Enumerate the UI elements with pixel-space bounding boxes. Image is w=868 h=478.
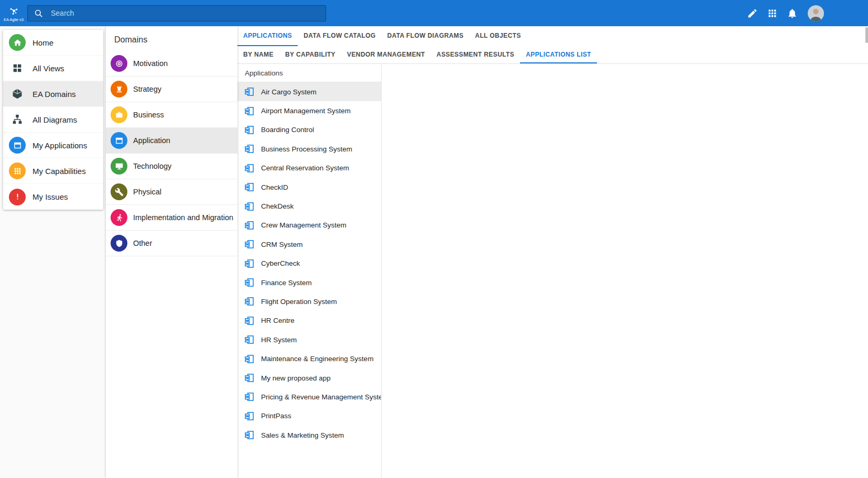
scrollbar-thumb[interactable] bbox=[865, 27, 868, 43]
search-icon[interactable] bbox=[34, 8, 44, 18]
app-row-label: Boarding Control bbox=[261, 126, 314, 134]
apps-grid-icon[interactable] bbox=[767, 8, 778, 19]
subtab-label: APPLICATIONS LIST bbox=[526, 51, 591, 58]
application-component-icon bbox=[244, 411, 255, 421]
app-row-maintenance-and-engineering-system[interactable]: Maintenance & Engineering System bbox=[237, 349, 381, 368]
app-row-label: HR System bbox=[261, 336, 297, 344]
application-component-icon bbox=[244, 106, 255, 116]
app-row-pricing-and-revenue-management-system[interactable]: Pricing & Revenue Management System bbox=[237, 387, 381, 406]
app-row-label: Business Processing System bbox=[261, 145, 352, 153]
subtab-vendor-management[interactable]: VENDOR MANAGEMENT bbox=[341, 46, 431, 63]
apps-icon bbox=[9, 162, 26, 179]
domain-item-strategy[interactable]: Strategy bbox=[106, 77, 237, 102]
application-component-icon bbox=[244, 354, 255, 364]
app-row-my-new-proposed-app[interactable]: My new proposed app bbox=[237, 368, 381, 387]
app-row-business-processing-system[interactable]: Business Processing System bbox=[237, 139, 381, 158]
app-row-flight-operation-system[interactable]: Flight Operation System bbox=[237, 292, 381, 311]
application-component-icon bbox=[244, 125, 255, 135]
content-area: Applications Air Cargo System Airport Ma… bbox=[237, 64, 868, 478]
briefcase-icon bbox=[111, 106, 127, 123]
app-row-airport-management-system[interactable]: Airport Management System bbox=[237, 101, 381, 120]
sidebar-item-label: All Diagrams bbox=[32, 115, 77, 124]
content-empty-area bbox=[382, 64, 868, 478]
primary-tabs: APPLICATIONS DATA FLOW CATALOG DATA FLOW… bbox=[237, 26, 868, 46]
sidebar-item-label: Home bbox=[32, 38, 53, 47]
subtab-label: VENDOR MANAGEMENT bbox=[347, 51, 425, 58]
domain-item-label: Motivation bbox=[133, 59, 168, 68]
domain-item-physical[interactable]: Physical bbox=[106, 179, 237, 205]
main-sidebar: Home All Views EA Domains All Diagrams bbox=[3, 30, 103, 210]
app-row-cybercheck[interactable]: CyberCheck bbox=[237, 254, 381, 273]
app-row-crew-management-system[interactable]: Crew Management System bbox=[237, 216, 381, 235]
domain-item-implementation-and-migration[interactable]: Implementation and Migration bbox=[106, 205, 237, 231]
domain-item-business[interactable]: Business bbox=[106, 102, 237, 128]
app-row-chekdesk[interactable]: ChekDesk bbox=[237, 197, 381, 215]
app-row-crm-system[interactable]: CRM System bbox=[237, 235, 381, 254]
domain-item-motivation[interactable]: Motivation bbox=[106, 51, 237, 77]
application-component-icon bbox=[244, 86, 255, 97]
app-row-hr-centre[interactable]: HR Centre bbox=[237, 311, 381, 330]
app-row-central-reservation-system[interactable]: Central Reservation System bbox=[237, 159, 381, 178]
tab-applications[interactable]: APPLICATIONS bbox=[237, 26, 298, 46]
domain-item-other[interactable]: Other bbox=[106, 231, 237, 256]
domain-item-label: Physical bbox=[133, 188, 161, 196]
sidebar-item-label: EA Domains bbox=[32, 90, 76, 99]
application-component-icon bbox=[244, 258, 255, 269]
secondary-tabs: BY NAME BY CAPABILITY VENDOR MANAGEMENT … bbox=[237, 46, 868, 64]
app-row-checkid[interactable]: CheckID bbox=[237, 178, 381, 197]
domain-item-application[interactable]: Application bbox=[106, 128, 237, 154]
app-row-finance-system[interactable]: Finance System bbox=[237, 273, 381, 292]
monitor-icon bbox=[111, 158, 127, 175]
sidebar-item-label: All Views bbox=[32, 64, 64, 73]
app-row-label: Finance System bbox=[261, 279, 312, 287]
app-row-boarding-control[interactable]: Boarding Control bbox=[237, 121, 381, 139]
logo-text: EA Agile v3 bbox=[4, 17, 24, 22]
avatar[interactable] bbox=[808, 5, 824, 21]
application-component-icon bbox=[244, 373, 255, 383]
wrench-icon bbox=[111, 183, 127, 200]
app-row-label: CheckID bbox=[261, 183, 288, 191]
app-row-sales-and-marketing-system[interactable]: Sales & Marketing System bbox=[237, 426, 381, 444]
app-row-label: ChekDesk bbox=[261, 202, 294, 210]
subtab-by-name[interactable]: BY NAME bbox=[237, 46, 279, 63]
application-component-icon bbox=[244, 392, 255, 402]
app-row-label: CRM System bbox=[261, 241, 303, 248]
search-input[interactable] bbox=[50, 6, 326, 21]
app-row-label: Crew Management System bbox=[261, 221, 346, 229]
grid-icon bbox=[9, 60, 26, 77]
tab-data-flow-catalog[interactable]: DATA FLOW CATALOG bbox=[298, 26, 381, 46]
sidebar-item-my-capabilities[interactable]: My Capabilities bbox=[3, 158, 103, 184]
sidebar-item-ea-domains[interactable]: EA Domains bbox=[3, 81, 103, 107]
tab-data-flow-diagrams[interactable]: DATA FLOW DIAGRAMS bbox=[382, 26, 470, 46]
application-component-icon bbox=[244, 316, 255, 326]
sidebar-item-my-issues[interactable]: My Issues bbox=[3, 184, 103, 210]
tab-label: DATA FLOW CATALOG bbox=[303, 32, 375, 39]
app-row-label: HR Centre bbox=[261, 317, 295, 324]
subtab-assessment-results[interactable]: ASSESSMENT RESULTS bbox=[431, 46, 520, 63]
application-component-icon bbox=[244, 220, 255, 231]
search-bar bbox=[27, 5, 326, 21]
subtab-by-capability[interactable]: BY CAPABILITY bbox=[279, 46, 341, 63]
domains-list: Motivation Strategy Business Application bbox=[106, 51, 237, 256]
application-component-icon bbox=[244, 201, 255, 212]
sidebar-item-my-applications[interactable]: My Applications bbox=[3, 133, 103, 158]
tab-all-objects[interactable]: ALL OBJECTS bbox=[469, 26, 527, 46]
edit-icon[interactable] bbox=[747, 8, 758, 19]
applications-list: Air Cargo System Airport Management Syst… bbox=[237, 82, 381, 478]
domain-item-technology[interactable]: Technology bbox=[106, 154, 237, 179]
sidebar-item-all-diagrams[interactable]: All Diagrams bbox=[3, 107, 103, 133]
notifications-icon[interactable] bbox=[787, 8, 798, 19]
subtab-applications-list[interactable]: APPLICATIONS LIST bbox=[520, 46, 597, 63]
app-row-hr-system[interactable]: HR System bbox=[237, 330, 381, 349]
sidebar-item-label: My Capabilities bbox=[32, 167, 86, 176]
app-window-icon bbox=[111, 132, 127, 149]
app-row-label: Pricing & Revenue Management System bbox=[261, 393, 381, 401]
app-row-printpass[interactable]: PrintPass bbox=[237, 407, 381, 426]
sidebar-item-home[interactable]: Home bbox=[3, 30, 103, 56]
app-logo[interactable]: EA Agile v3 bbox=[0, 0, 27, 26]
domains-panel: Domains Motivation Strategy Business bbox=[106, 26, 237, 478]
app-row-label: My new proposed app bbox=[261, 374, 331, 382]
app-row-label: Air Cargo System bbox=[261, 88, 317, 96]
app-row-air-cargo-system[interactable]: Air Cargo System bbox=[237, 82, 381, 101]
sidebar-item-all-views[interactable]: All Views bbox=[3, 56, 103, 81]
